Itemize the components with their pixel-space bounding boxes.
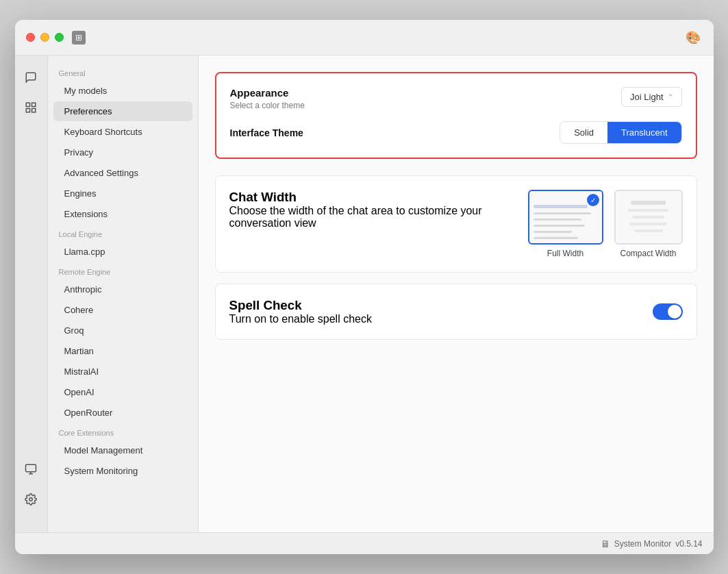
- compact-width-label: Compact Width: [620, 249, 676, 258]
- sidebar-item-my-models[interactable]: My models: [53, 81, 192, 101]
- full-width-preview: ✓: [528, 190, 603, 245]
- sidebar-item-anthropic[interactable]: Anthropic: [53, 279, 192, 299]
- spell-check-row: Spell Check Turn on to enable spell chec…: [229, 298, 683, 325]
- sidebar-item-privacy[interactable]: Privacy: [53, 142, 192, 162]
- general-section-label: General: [48, 64, 198, 80]
- theme-value: Joi Light: [630, 92, 663, 102]
- sidebar-item-extensions[interactable]: Extensions: [53, 204, 192, 224]
- monitor-label: System Monitor: [614, 539, 671, 549]
- sidebar-item-label: Llama.cpp: [64, 247, 105, 257]
- sidebar-item-advanced-settings[interactable]: Advanced Settings: [53, 163, 192, 183]
- interface-theme-row: Interface Theme Solid Translucent: [230, 121, 682, 144]
- spell-check-title: Spell Check: [229, 298, 372, 313]
- sidebar-item-llama-cpp[interactable]: Llama.cpp: [53, 242, 192, 262]
- sidebar-item-keyboard-shortcuts[interactable]: Keyboard Shortcuts: [53, 122, 192, 142]
- models-icon[interactable]: [20, 97, 42, 118]
- sidebar-nav: General My models Preferences Keyboard S…: [48, 55, 198, 532]
- chat-width-text: Chat Width Choose the width of the chat …: [229, 190, 528, 229]
- sidebar-item-label: Cohere: [64, 305, 94, 315]
- svg-rect-2: [26, 109, 29, 112]
- spell-check-description: Turn on to enable spell check: [229, 313, 372, 325]
- main-content: Appearance Select a color theme Joi Ligh…: [199, 55, 714, 532]
- palette-icon[interactable]: 🎨: [683, 28, 703, 47]
- appearance-subtitle: Select a color theme: [230, 101, 305, 110]
- sidebar-item-label: Extensions: [64, 209, 108, 219]
- sidebar-item-openrouter[interactable]: OpenRouter: [53, 403, 192, 423]
- check-badge: ✓: [587, 194, 599, 206]
- sidebar-item-label: System Monitoring: [64, 466, 138, 476]
- minimize-button[interactable]: [40, 33, 49, 42]
- sidebar-item-label: My models: [64, 86, 108, 96]
- sidebar-item-label: Groq: [64, 325, 84, 336]
- app-icon: ⊞: [72, 31, 86, 45]
- compact-width-preview: [614, 190, 683, 245]
- monitor-icon[interactable]: [20, 458, 42, 480]
- sidebar-item-model-management[interactable]: Model Management: [53, 440, 192, 460]
- chat-width-card: Chat Width Choose the width of the chat …: [215, 175, 697, 273]
- monitor-icon: 🖥: [601, 538, 610, 549]
- theme-dropdown[interactable]: Joi Light ⌃: [621, 87, 681, 107]
- core-extensions-section-label: Core Extensions: [48, 423, 198, 440]
- chat-width-title: Chat Width: [229, 190, 528, 205]
- spell-check-text: Spell Check Turn on to enable spell chec…: [229, 298, 372, 325]
- sidebar-icons: [15, 55, 48, 532]
- chevron-down-icon: ⌃: [668, 93, 673, 101]
- svg-rect-4: [26, 464, 36, 472]
- full-width-option[interactable]: ✓ Full Width: [528, 190, 603, 258]
- sidebar-icons-bottom: [20, 458, 42, 521]
- app-body: General My models Preferences Keyboard S…: [15, 55, 714, 532]
- maximize-button[interactable]: [55, 33, 64, 42]
- appearance-title: Appearance: [230, 87, 305, 99]
- sidebar-item-label: Keyboard Shortcuts: [64, 127, 142, 137]
- version-label: v0.5.14: [675, 539, 702, 549]
- sidebar-item-engines[interactable]: Engines: [53, 184, 192, 203]
- chat-width-description: Choose the width of the chat area to cus…: [229, 205, 528, 229]
- traffic-lights: [26, 33, 64, 42]
- settings-icon[interactable]: [20, 488, 42, 510]
- sidebar-item-label: Model Management: [64, 445, 143, 456]
- sidebar: General My models Preferences Keyboard S…: [48, 55, 199, 532]
- sidebar-item-label: OpenAI: [64, 387, 95, 397]
- sidebar-item-label: Privacy: [64, 147, 94, 158]
- appearance-left: Appearance Select a color theme: [230, 87, 305, 110]
- sidebar-item-system-monitoring[interactable]: System Monitoring: [53, 461, 192, 481]
- svg-point-5: [29, 498, 33, 501]
- sidebar-item-cohere[interactable]: Cohere: [53, 300, 192, 320]
- full-width-label: Full Width: [547, 249, 583, 258]
- sidebar-item-openai[interactable]: OpenAI: [53, 382, 192, 402]
- solid-button[interactable]: Solid: [560, 122, 607, 143]
- sidebar-item-label: Preferences: [64, 106, 112, 116]
- compact-width-option[interactable]: Compact Width: [614, 190, 683, 258]
- titlebar-right: 🎨: [683, 28, 703, 47]
- theme-buttons: Solid Translucent: [560, 121, 681, 144]
- chat-icon[interactable]: [20, 66, 42, 88]
- sidebar-item-martian[interactable]: Martian: [53, 341, 192, 361]
- chat-width-options: ✓ Full Width: [528, 190, 683, 258]
- svg-rect-0: [26, 103, 29, 106]
- app-window: ⊞ 🎨: [15, 20, 714, 554]
- sidebar-item-label: MistralAI: [64, 366, 99, 377]
- spell-check-toggle[interactable]: [653, 303, 683, 320]
- remote-engine-section-label: Remote Engine: [48, 262, 198, 279]
- close-button[interactable]: [26, 33, 35, 42]
- sidebar-item-label: Anthropic: [64, 284, 102, 295]
- svg-rect-3: [32, 109, 36, 112]
- theme-selector: Joi Light ⌃: [621, 87, 681, 107]
- interface-theme-label: Interface Theme: [230, 127, 303, 138]
- sidebar-item-label: Advanced Settings: [64, 168, 138, 178]
- translucent-button[interactable]: Translucent: [607, 122, 681, 143]
- spell-check-card: Spell Check Turn on to enable spell chec…: [215, 284, 697, 340]
- sidebar-item-label: Martian: [64, 346, 94, 356]
- local-engine-section-label: Local Engine: [48, 225, 198, 241]
- bottom-bar: 🖥 System Monitor v0.5.14: [15, 532, 714, 554]
- titlebar: ⊞ 🎨: [15, 20, 714, 55]
- svg-rect-1: [32, 103, 36, 106]
- sidebar-item-preferences[interactable]: Preferences: [53, 101, 192, 121]
- sidebar-item-label: OpenRouter: [64, 408, 113, 418]
- sidebar-item-label: Engines: [64, 188, 97, 199]
- appearance-panel: Appearance Select a color theme Joi Ligh…: [215, 72, 697, 159]
- sidebar-item-mistralai[interactable]: MistralAI: [53, 362, 192, 382]
- appearance-header: Appearance Select a color theme Joi Ligh…: [230, 87, 682, 110]
- sidebar-item-groq[interactable]: Groq: [53, 321, 192, 340]
